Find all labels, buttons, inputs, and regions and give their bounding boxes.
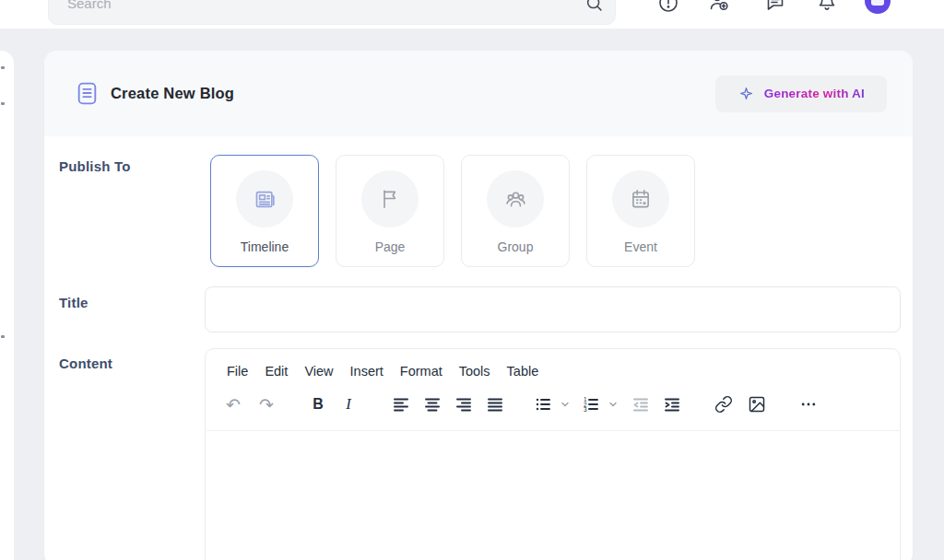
content-label: Content xyxy=(59,348,205,371)
newspaper-icon xyxy=(253,187,277,212)
calendar-icon xyxy=(629,187,653,211)
menu-view[interactable]: View xyxy=(296,361,341,381)
menu-edit[interactable]: Edit xyxy=(256,361,296,381)
avatar-image xyxy=(871,0,884,6)
sidebar-item-fragment xyxy=(1,66,5,69)
bold-button[interactable]: B xyxy=(305,391,331,417)
align-center-icon[interactable] xyxy=(419,391,445,417)
sidebar-item-fragment xyxy=(1,102,5,105)
align-left-icon[interactable] xyxy=(388,391,414,417)
image-icon[interactable] xyxy=(744,391,770,417)
align-right-icon[interactable] xyxy=(451,391,477,417)
redo-button[interactable]: ↷ xyxy=(254,391,279,417)
sidebar-edge xyxy=(0,51,14,560)
editor-content-area[interactable] xyxy=(206,431,899,560)
bullet-list-dropdown-icon[interactable] xyxy=(556,391,574,417)
undo-button[interactable]: ↶ xyxy=(220,391,246,417)
publish-option-group[interactable]: Group xyxy=(461,155,570,267)
editor-menubar: File Edit View Insert Format Tools Table xyxy=(206,349,900,383)
publish-option-event[interactable]: Event xyxy=(586,155,695,267)
chat-icon[interactable] xyxy=(764,0,786,13)
generate-with-ai-button[interactable]: Generate with AI xyxy=(715,76,887,112)
option-icon-circle xyxy=(612,170,669,228)
option-icon-circle xyxy=(487,170,544,228)
editor-toolbar: ↶ ↷ B I xyxy=(206,386,900,423)
rich-text-editor: File Edit View Insert Format Tools Table… xyxy=(205,348,901,560)
menu-file[interactable]: File xyxy=(218,361,256,381)
title-label: Title xyxy=(59,286,205,310)
bullet-list-icon[interactable] xyxy=(530,391,556,417)
bell-icon[interactable] xyxy=(816,0,838,13)
flag-icon xyxy=(378,187,402,211)
create-blog-card: Create New Blog Generate with AI Publish… xyxy=(44,51,913,560)
menu-tools[interactable]: Tools xyxy=(451,361,499,381)
option-label: Page xyxy=(375,239,406,254)
svg-text:3: 3 xyxy=(584,406,587,413)
option-label: Group xyxy=(498,239,534,254)
blog-document-icon xyxy=(76,81,99,106)
card-header: Create New Blog Generate with AI xyxy=(44,51,913,136)
generate-with-ai-label: Generate with AI xyxy=(764,87,865,100)
search-container xyxy=(48,0,616,25)
publish-option-page[interactable]: Page xyxy=(336,155,444,267)
menu-table[interactable]: Table xyxy=(499,361,548,381)
title-row: Title xyxy=(59,286,913,332)
content-row: Content File Edit View Insert Format Too… xyxy=(59,348,913,560)
sidebar-item-fragment xyxy=(1,335,5,338)
sparkle-icon xyxy=(738,85,755,102)
group-icon xyxy=(503,187,528,212)
link-icon[interactable] xyxy=(711,391,737,417)
info-icon[interactable] xyxy=(657,0,679,13)
menu-insert[interactable]: Insert xyxy=(342,361,392,381)
publish-options: Timeline Page xyxy=(210,155,695,267)
justify-icon[interactable] xyxy=(482,391,508,417)
italic-button[interactable]: I xyxy=(336,391,362,417)
publish-option-timeline[interactable]: Timeline xyxy=(210,155,319,267)
topbar xyxy=(0,0,944,29)
option-label: Timeline xyxy=(241,239,289,254)
search-input[interactable] xyxy=(48,0,616,25)
title-input[interactable] xyxy=(205,286,901,332)
option-icon-circle xyxy=(236,170,293,228)
menu-format[interactable]: Format xyxy=(392,361,451,381)
indent-icon[interactable] xyxy=(659,391,685,417)
page-title: Create New Blog xyxy=(111,85,234,102)
more-options-icon[interactable] xyxy=(796,391,821,417)
user-avatar[interactable] xyxy=(865,0,891,14)
option-icon-circle xyxy=(361,170,419,228)
publish-to-label: Publish To xyxy=(59,155,205,174)
numbered-list-icon[interactable]: 1 2 3 xyxy=(578,391,604,417)
option-label: Event xyxy=(624,239,657,254)
numbered-list-dropdown-icon[interactable] xyxy=(604,391,622,417)
outdent-icon[interactable] xyxy=(628,391,654,417)
search-icon[interactable] xyxy=(584,0,605,14)
add-user-icon[interactable] xyxy=(708,0,730,13)
publish-to-row: Publish To Timeline xyxy=(59,155,913,267)
